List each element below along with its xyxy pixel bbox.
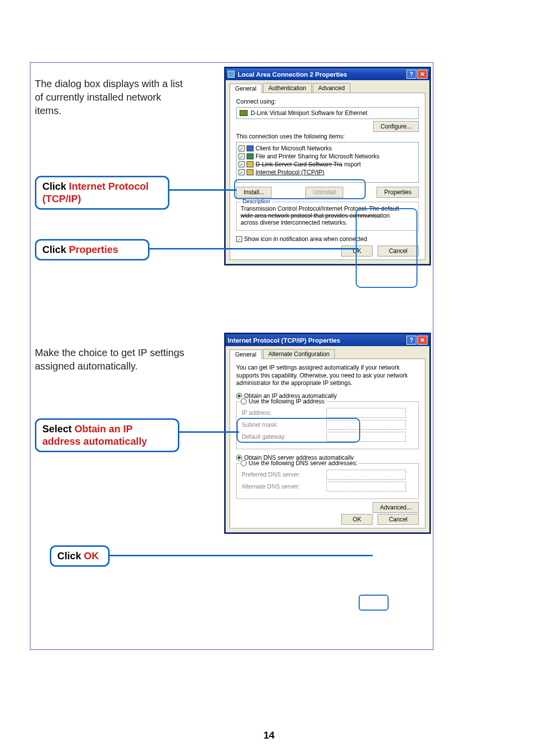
connect-using-label: Connect using: (236, 98, 419, 105)
dialog-body: You can get IP settings assigned automat… (230, 359, 425, 528)
tab-alt-config[interactable]: Alternate Configuration (263, 349, 335, 359)
connector-line (110, 555, 373, 556)
description-line: across diverse interconnected networks. (241, 219, 414, 226)
close-button[interactable]: ✕ (417, 70, 427, 79)
ip-address-input: ... (326, 408, 406, 418)
field-row: Default gateway: ... (242, 432, 413, 442)
alt-dns-input: ... (326, 482, 406, 492)
adapter-field: D-Link Virtual Miniport Software for Eth… (236, 107, 419, 119)
uses-items-label: This connection uses the following items… (236, 133, 419, 140)
list-item[interactable]: ✓ D-Link Server Card Software Transport (239, 160, 416, 168)
tab-authentication[interactable]: Authentication (263, 83, 312, 93)
cancel-button[interactable]: Cancel (378, 246, 419, 256)
subnet-label: Subnet mask: (242, 421, 326, 428)
checkbox-icon[interactable]: ✓ (239, 145, 245, 151)
static-dns-group: Use the following DNS server addresses: … (236, 463, 419, 499)
ip-address-label: IP address: (242, 409, 326, 416)
radio-label: Use the following IP address: (249, 398, 326, 405)
static-ip-group: Use the following IP address: IP address… (236, 401, 419, 449)
callout-highlight: Properties (69, 244, 118, 255)
advanced-button[interactable]: Advanced... (373, 502, 419, 513)
adapter-name: D-Link Virtual Miniport Software for Eth… (251, 110, 368, 117)
page-number: 14 (0, 730, 538, 741)
cancel-button[interactable]: Cancel (378, 514, 419, 525)
item-label: Client for Microsoft Networks (256, 145, 332, 152)
description-group: Description Transmission Control Protoco… (236, 202, 419, 231)
connector-line (149, 248, 359, 250)
checkbox-icon[interactable]: ✓ (239, 153, 245, 159)
list-item-tcpip[interactable]: ✓ Internet Protocol (TCP/IP) (239, 168, 416, 176)
ok-button[interactable]: OK (341, 246, 373, 256)
list-item[interactable]: ✓ File and Printer Sharing for Microsoft… (239, 152, 416, 160)
gateway-input: ... (326, 432, 406, 442)
callout-highlight: OK (84, 550, 99, 561)
tabs: General Alternate Configuration (230, 349, 429, 359)
title-bar: Internet Protocol (TCP/IP) Properties ? … (226, 334, 429, 346)
callout-click-ok: Click OK (50, 545, 110, 567)
protocol-icon (247, 169, 254, 175)
item-label-tail: nsport (344, 161, 361, 168)
callout-text: Select (42, 423, 74, 434)
pref-dns-label: Preferred DNS server: (242, 471, 326, 478)
intro-paragraph-1: The dialog box displays with a list of c… (35, 77, 189, 118)
printer-icon (247, 153, 254, 159)
connector-line (179, 431, 239, 433)
adapter-icon (240, 110, 248, 116)
connector-line (169, 189, 237, 191)
alt-dns-label: Alternate DNS server: (242, 483, 326, 490)
field-row: IP address: ... (242, 408, 413, 418)
tab-advanced[interactable]: Advanced (313, 83, 350, 93)
install-button[interactable]: Install... (236, 187, 271, 198)
callout-text: Click (57, 550, 84, 561)
tcpip-properties-dialog: Internet Protocol (TCP/IP) Properties ? … (224, 333, 431, 534)
subnet-input: ... (326, 420, 406, 430)
checkbox-icon[interactable]: ✓ (239, 169, 245, 175)
item-label: D-Link Server Card Software Tra (256, 161, 342, 168)
description-line: Transmission Control Protocol/Internet P… (241, 205, 414, 212)
footer-buttons: OK Cancel (236, 516, 419, 523)
dialog-title: Internet Protocol (TCP/IP) Properties (228, 337, 340, 344)
dialog-title: Local Area Connection 2 Properties (238, 71, 347, 78)
close-button[interactable]: ✕ (417, 336, 427, 345)
intro-text: You can get IP settings assigned automat… (236, 364, 419, 387)
tab-general[interactable]: General (230, 350, 262, 359)
callout-click-tcpip: Click Internet Protocol (TCP/IP) (35, 176, 169, 210)
page: The dialog box displays with a list of c… (0, 0, 538, 756)
callout-select-obtain: Select Obtain an IP address automaticall… (35, 418, 179, 452)
dialog-body: Connect using: D-Link Virtual Miniport S… (230, 93, 425, 260)
callout-click-properties: Click Properties (35, 239, 149, 260)
client-icon (247, 145, 254, 151)
pref-dns-input: ... (326, 470, 406, 480)
properties-button[interactable]: Properties (377, 187, 419, 198)
field-row: Subnet mask: ... (242, 420, 413, 430)
radio-label: Use the following DNS server addresses: (249, 460, 358, 467)
uninstall-button: Uninstall (305, 187, 343, 198)
description-line: wide area network protocol that provides… (241, 212, 414, 219)
field-row: Preferred DNS server: ... (242, 470, 413, 480)
show-icon-checkbox[interactable]: ✓ (236, 236, 242, 242)
items-list[interactable]: ✓ Client for Microsoft Networks ✓ File a… (236, 142, 419, 183)
tabs: General Authentication Advanced (230, 83, 429, 93)
network-icon (228, 71, 235, 78)
description-legend: Description (241, 198, 272, 204)
gateway-label: Default gateway: (242, 433, 326, 440)
help-button[interactable]: ? (406, 70, 416, 79)
help-button[interactable]: ? (406, 336, 416, 345)
tab-general[interactable]: General (230, 84, 262, 93)
checkbox-icon[interactable]: ✓ (239, 161, 245, 167)
radio-use-dns[interactable] (241, 460, 247, 466)
field-row: Alternate DNS server: ... (242, 482, 413, 492)
lan-properties-dialog: Local Area Connection 2 Properties ? ✕ G… (224, 67, 431, 265)
radio-use-ip[interactable] (241, 398, 247, 404)
list-item[interactable]: ✓ Client for Microsoft Networks (239, 144, 416, 152)
show-icon-label: Show icon in notification area when conn… (244, 236, 367, 243)
item-label: Internet Protocol (TCP/IP) (256, 169, 324, 176)
callout-text: Click (42, 181, 69, 192)
item-label: File and Printer Sharing for Microsoft N… (256, 153, 380, 160)
configure-button[interactable]: Configure... (373, 121, 419, 132)
transport-icon (247, 161, 254, 167)
intro-paragraph-2: Make the choice to get IP settings assig… (35, 346, 189, 373)
title-bar: Local Area Connection 2 Properties ? ✕ (226, 68, 429, 80)
ok-button[interactable]: OK (341, 514, 373, 525)
callout-text: Click (42, 244, 69, 255)
